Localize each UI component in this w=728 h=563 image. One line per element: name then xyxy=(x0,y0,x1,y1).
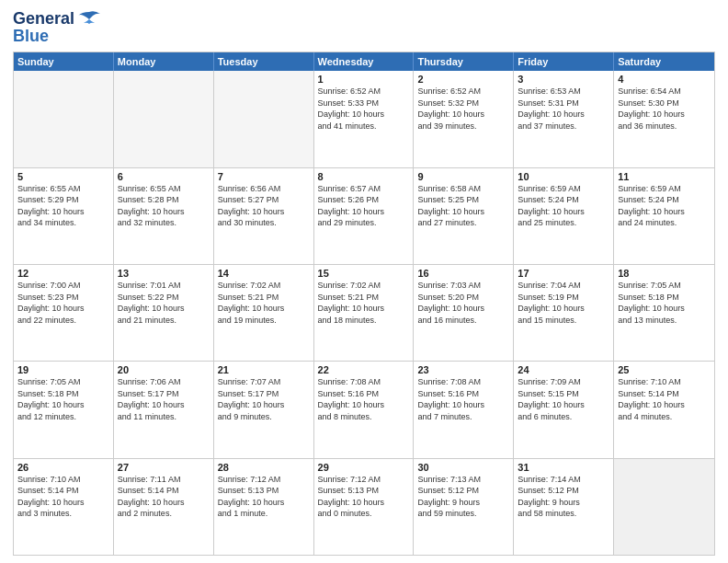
day-number: 2 xyxy=(417,74,509,85)
day-number: 26 xyxy=(17,462,109,473)
calendar-cell: 14Sunrise: 7:02 AMSunset: 5:21 PMDayligh… xyxy=(214,265,314,361)
calendar-cell: 12Sunrise: 7:00 AMSunset: 5:23 PMDayligh… xyxy=(14,265,114,361)
day-number: 29 xyxy=(318,462,410,473)
calendar-cell: 24Sunrise: 7:09 AMSunset: 5:15 PMDayligh… xyxy=(514,362,614,457)
header: General Blue xyxy=(13,9,715,46)
day-number: 7 xyxy=(218,171,310,182)
day-number: 31 xyxy=(518,462,609,473)
day-info: Sunrise: 7:07 AMSunset: 5:17 PMDaylight:… xyxy=(218,376,310,422)
day-info: Sunrise: 6:59 AMSunset: 5:24 PMDaylight:… xyxy=(518,183,609,229)
calendar-cell: 28Sunrise: 7:12 AMSunset: 5:13 PMDayligh… xyxy=(214,459,314,555)
day-number: 25 xyxy=(618,364,711,375)
day-info: Sunrise: 7:04 AMSunset: 5:19 PMDaylight:… xyxy=(518,280,609,326)
day-number: 15 xyxy=(318,268,410,279)
calendar-cell: 26Sunrise: 7:10 AMSunset: 5:14 PMDayligh… xyxy=(14,459,114,555)
logo-text: General xyxy=(13,9,102,29)
day-number: 27 xyxy=(118,462,210,473)
calendar-cell: 11Sunrise: 6:59 AMSunset: 5:24 PMDayligh… xyxy=(614,168,714,264)
calendar-cell: 10Sunrise: 6:59 AMSunset: 5:24 PMDayligh… xyxy=(514,168,614,264)
calendar-cell: 16Sunrise: 7:03 AMSunset: 5:20 PMDayligh… xyxy=(414,265,514,361)
calendar-cell: 13Sunrise: 7:01 AMSunset: 5:22 PMDayligh… xyxy=(114,265,214,361)
weekday-header-saturday: Saturday xyxy=(614,52,714,71)
day-number: 30 xyxy=(417,462,509,473)
day-info: Sunrise: 6:54 AMSunset: 5:30 PMDaylight:… xyxy=(618,86,711,132)
weekday-header-wednesday: Wednesday xyxy=(314,52,415,71)
calendar-week-2: 5Sunrise: 6:55 AMSunset: 5:29 PMDaylight… xyxy=(14,167,714,264)
day-number: 5 xyxy=(17,171,109,182)
calendar-cell xyxy=(614,459,714,555)
page: General Blue SundayMondayTuesdayWednesda… xyxy=(0,0,728,563)
weekday-header-monday: Monday xyxy=(114,52,214,71)
day-number: 22 xyxy=(318,364,410,375)
day-number: 9 xyxy=(417,171,509,182)
day-number: 13 xyxy=(118,268,210,279)
day-number: 28 xyxy=(218,462,310,473)
day-number: 8 xyxy=(318,171,410,182)
day-number: 21 xyxy=(218,364,310,375)
day-info: Sunrise: 6:59 AMSunset: 5:24 PMDaylight:… xyxy=(618,183,711,229)
day-info: Sunrise: 6:52 AMSunset: 5:32 PMDaylight:… xyxy=(417,86,509,132)
calendar-cell: 5Sunrise: 6:55 AMSunset: 5:29 PMDaylight… xyxy=(14,168,114,264)
logo-bird-icon xyxy=(76,10,102,29)
day-info: Sunrise: 7:10 AMSunset: 5:14 PMDaylight:… xyxy=(618,376,711,422)
calendar-cell: 20Sunrise: 7:06 AMSunset: 5:17 PMDayligh… xyxy=(114,362,214,457)
calendar-cell: 27Sunrise: 7:11 AMSunset: 5:14 PMDayligh… xyxy=(114,459,214,555)
calendar-week-4: 19Sunrise: 7:05 AMSunset: 5:18 PMDayligh… xyxy=(14,361,714,457)
day-info: Sunrise: 7:08 AMSunset: 5:16 PMDaylight:… xyxy=(318,376,410,422)
day-number: 3 xyxy=(518,74,609,85)
day-number: 14 xyxy=(218,268,310,279)
day-info: Sunrise: 7:02 AMSunset: 5:21 PMDaylight:… xyxy=(318,280,410,326)
day-number: 24 xyxy=(518,364,609,375)
calendar-cell: 1Sunrise: 6:52 AMSunset: 5:33 PMDaylight… xyxy=(314,71,415,167)
calendar-cell: 22Sunrise: 7:08 AMSunset: 5:16 PMDayligh… xyxy=(314,362,415,457)
day-info: Sunrise: 7:13 AMSunset: 5:12 PMDaylight:… xyxy=(417,474,509,520)
calendar-cell: 3Sunrise: 6:53 AMSunset: 5:31 PMDaylight… xyxy=(514,71,614,167)
calendar-body: 1Sunrise: 6:52 AMSunset: 5:33 PMDaylight… xyxy=(14,71,714,555)
day-number: 1 xyxy=(318,74,410,85)
day-info: Sunrise: 7:00 AMSunset: 5:23 PMDaylight:… xyxy=(17,280,109,326)
day-info: Sunrise: 7:05 AMSunset: 5:18 PMDaylight:… xyxy=(618,280,711,326)
day-info: Sunrise: 7:12 AMSunset: 5:13 PMDaylight:… xyxy=(318,474,410,520)
calendar-cell: 15Sunrise: 7:02 AMSunset: 5:21 PMDayligh… xyxy=(314,265,415,361)
day-info: Sunrise: 7:01 AMSunset: 5:22 PMDaylight:… xyxy=(118,280,210,326)
calendar-cell: 17Sunrise: 7:04 AMSunset: 5:19 PMDayligh… xyxy=(514,265,614,361)
calendar-cell: 21Sunrise: 7:07 AMSunset: 5:17 PMDayligh… xyxy=(214,362,314,457)
calendar-header: SundayMondayTuesdayWednesdayThursdayFrid… xyxy=(14,52,714,71)
calendar-cell: 23Sunrise: 7:08 AMSunset: 5:16 PMDayligh… xyxy=(414,362,514,457)
day-number: 6 xyxy=(118,171,210,182)
day-info: Sunrise: 6:55 AMSunset: 5:28 PMDaylight:… xyxy=(118,183,210,229)
calendar: SundayMondayTuesdayWednesdayThursdayFrid… xyxy=(13,52,715,556)
day-info: Sunrise: 6:57 AMSunset: 5:26 PMDaylight:… xyxy=(318,183,410,229)
day-info: Sunrise: 6:58 AMSunset: 5:25 PMDaylight:… xyxy=(417,183,509,229)
day-info: Sunrise: 7:05 AMSunset: 5:18 PMDaylight:… xyxy=(17,376,109,422)
day-info: Sunrise: 7:08 AMSunset: 5:16 PMDaylight:… xyxy=(417,376,509,422)
calendar-cell: 31Sunrise: 7:14 AMSunset: 5:12 PMDayligh… xyxy=(514,459,614,555)
day-info: Sunrise: 6:56 AMSunset: 5:27 PMDaylight:… xyxy=(218,183,310,229)
calendar-cell: 9Sunrise: 6:58 AMSunset: 5:25 PMDaylight… xyxy=(414,168,514,264)
calendar-cell: 18Sunrise: 7:05 AMSunset: 5:18 PMDayligh… xyxy=(614,265,714,361)
weekday-header-thursday: Thursday xyxy=(414,52,514,71)
calendar-week-1: 1Sunrise: 6:52 AMSunset: 5:33 PMDaylight… xyxy=(14,71,714,167)
day-number: 17 xyxy=(518,268,609,279)
day-info: Sunrise: 6:53 AMSunset: 5:31 PMDaylight:… xyxy=(518,86,609,132)
day-info: Sunrise: 7:14 AMSunset: 5:12 PMDaylight:… xyxy=(518,474,609,520)
day-info: Sunrise: 7:09 AMSunset: 5:15 PMDaylight:… xyxy=(518,376,609,422)
calendar-cell: 29Sunrise: 7:12 AMSunset: 5:13 PMDayligh… xyxy=(314,459,415,555)
weekday-header-tuesday: Tuesday xyxy=(214,52,314,71)
day-info: Sunrise: 7:06 AMSunset: 5:17 PMDaylight:… xyxy=(118,376,210,422)
calendar-cell: 19Sunrise: 7:05 AMSunset: 5:18 PMDayligh… xyxy=(14,362,114,457)
day-info: Sunrise: 7:10 AMSunset: 5:14 PMDaylight:… xyxy=(17,474,109,520)
calendar-cell: 7Sunrise: 6:56 AMSunset: 5:27 PMDaylight… xyxy=(214,168,314,264)
weekday-header-friday: Friday xyxy=(514,52,614,71)
day-number: 18 xyxy=(618,268,711,279)
day-number: 10 xyxy=(518,171,609,182)
calendar-cell: 2Sunrise: 6:52 AMSunset: 5:32 PMDaylight… xyxy=(414,71,514,167)
calendar-cell: 30Sunrise: 7:13 AMSunset: 5:12 PMDayligh… xyxy=(414,459,514,555)
calendar-cell: 8Sunrise: 6:57 AMSunset: 5:26 PMDaylight… xyxy=(314,168,415,264)
calendar-week-5: 26Sunrise: 7:10 AMSunset: 5:14 PMDayligh… xyxy=(14,458,714,555)
weekday-header-sunday: Sunday xyxy=(14,52,114,71)
logo-blue: Blue xyxy=(13,27,49,46)
calendar-cell xyxy=(114,71,214,167)
calendar-cell: 25Sunrise: 7:10 AMSunset: 5:14 PMDayligh… xyxy=(614,362,714,457)
day-info: Sunrise: 7:02 AMSunset: 5:21 PMDaylight:… xyxy=(218,280,310,326)
